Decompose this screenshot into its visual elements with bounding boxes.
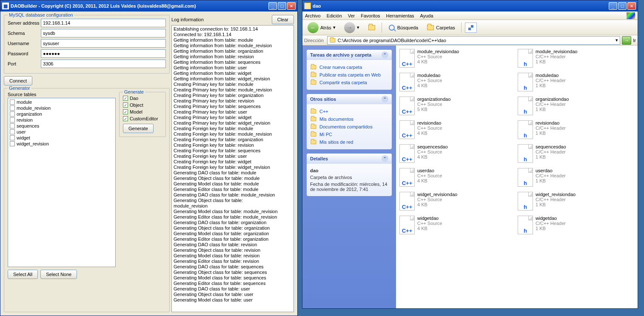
checkbox-icon[interactable] [10,117,15,122]
generate-option[interactable]: ✓Object [123,102,162,108]
views-button[interactable] [465,23,477,33]
table-item[interactable]: widget_revision [9,141,114,147]
checkbox-icon[interactable] [10,100,15,105]
file-item[interactable]: C++widget_revisiondaoC++ Source4 KB [399,191,517,215]
menu-item[interactable]: Ver [348,13,355,18]
clear-button[interactable]: Clear [272,15,294,24]
table-item[interactable]: module_revision [9,105,114,111]
address-input[interactable]: C:\Archivos de programa\DAOBuilder\code\… [327,36,620,45]
task-link[interactable]: Mis documentos [310,115,388,123]
file-item[interactable]: hwidgetdaoC/C++ Header1 KB [517,215,635,239]
table-name: module [17,100,32,105]
search-button[interactable]: Búsqueda [385,22,421,34]
checkbox-icon[interactable] [10,111,15,117]
task-link[interactable]: Crear nueva carpeta [310,63,388,71]
select-none-button[interactable]: Select None [40,270,77,279]
close-button[interactable]: × [287,2,296,10]
checkbox-icon[interactable] [10,123,15,128]
port-input[interactable] [41,60,166,68]
file-item[interactable]: hmoduledaoC/C++ Header1 KB [517,72,635,96]
collapse-icon[interactable]: ⌃ [382,51,388,58]
tables-listbox[interactable]: modulemodule_revisionorganizationrevisio… [8,98,116,267]
back-button[interactable]: ←Atrás▾ [305,22,338,34]
task-link[interactable]: Compartir esta carpeta [310,79,388,86]
go-button[interactable]: → [622,36,631,45]
dropdown-icon: ▾ [357,25,359,30]
file-item[interactable]: C++revisiondaoC++ Source4 KB [399,120,517,143]
folder-icon [330,38,335,43]
password-input[interactable] [41,49,166,58]
checkbox-icon[interactable] [10,105,15,111]
schema-input[interactable] [41,29,166,37]
file-list[interactable]: C++module_revisiondaoC++ Source4 KBhmodu… [396,46,638,308]
server-input[interactable] [41,19,166,27]
generate-button[interactable]: Generate [123,124,154,133]
forward-button[interactable]: →▾ [342,22,362,34]
generate-option[interactable]: ✓Dao [123,96,162,101]
file-item[interactable]: C++module_revisiondaoC++ Source4 KB [399,48,517,72]
file-item[interactable]: C++moduledaoC++ Source4 KB [399,72,517,96]
collapse-icon[interactable]: ⌃ [382,155,388,162]
up-icon [368,24,376,31]
menu-item[interactable]: Archivo [305,13,321,18]
task-link[interactable]: Documentos compartidos [310,123,388,131]
collapse-icon[interactable]: ⌃ [382,96,388,102]
select-all-button[interactable]: Select All [8,270,38,279]
generate-options-group: Generate ✓Dao✓Object✓Model✓CustomEditor … [119,92,166,137]
task-link[interactable]: C++ [310,108,388,115]
file-item[interactable]: huserdaoC/C++ Header1 KB [517,167,635,191]
username-input[interactable] [41,39,166,48]
checkbox-checked-icon[interactable]: ✓ [123,96,128,101]
close-button[interactable]: × [627,2,636,10]
views-icon [468,25,473,30]
search-label: Búsqueda [397,25,419,30]
minimize-button[interactable]: _ [609,2,617,10]
file-size: 4 KB [417,202,457,207]
minimize-button[interactable]: _ [268,2,277,10]
table-item[interactable]: user [9,129,114,135]
menu-item[interactable]: Edición [327,13,342,18]
file-item[interactable]: hsequencesdaoC/C++ Header1 KB [517,143,635,167]
table-name: sequences [17,123,39,128]
file-item[interactable]: hmodule_revisiondaoC/C++ Header1 KB [517,48,635,72]
forward-icon: → [344,22,355,33]
menu-item[interactable]: Favoritos [361,13,380,18]
file-type: C/C++ Header [536,149,566,154]
up-button[interactable] [365,22,378,34]
titlebar[interactable]: dao _ □ × [302,0,638,11]
maximize-button[interactable]: □ [278,2,286,10]
checkbox-checked-icon[interactable]: ✓ [123,116,128,121]
generate-option[interactable]: ✓CustomEditor [123,116,162,121]
checkbox-icon[interactable] [10,129,15,134]
table-item[interactable]: module [9,99,114,105]
folders-button[interactable]: Carpetas [424,22,458,34]
menu-item[interactable]: Ayuda [420,13,433,18]
file-item[interactable]: C++organizationdaoC++ Source5 KB [399,96,517,120]
checkbox-icon[interactable] [10,141,15,146]
generate-option[interactable]: ✓Model [123,109,162,114]
task-link[interactable]: Publicar esta carpeta en Web [310,71,388,79]
file-item[interactable]: C++userdaoC++ Source4 KB [399,167,517,191]
table-item[interactable]: revision [9,117,114,123]
titlebar[interactable]: ▦ DAOBuilder - Copyright (C) 2010, 2011,… [0,0,297,11]
file-item[interactable]: hwidget_revisiondaoC/C++ Header1 KB [517,191,635,215]
dropdown-icon[interactable]: ▾ [616,37,618,43]
file-item[interactable]: C++sequencesdaoC++ Source4 KB [399,143,517,167]
menu-item[interactable]: Herramientas [386,13,414,18]
file-item[interactable]: horganizationdaoC/C++ Header1 KB [517,96,635,120]
log-output[interactable]: Establishing connection to: 192.168.1.14… [171,25,294,312]
checkbox-icon[interactable] [10,135,15,140]
task-link[interactable]: Mi PC [310,131,388,138]
maximize-button[interactable]: □ [618,2,627,10]
file-item[interactable]: hrevisiondaoC/C++ Header1 KB [517,120,635,143]
window-title: DAOBuilder - Copyright (C) 2010, 2011, 2… [11,3,268,9]
checkbox-checked-icon[interactable]: ✓ [123,102,128,108]
table-item[interactable]: organization [9,111,114,117]
task-link[interactable]: Mis sitios de red [310,138,388,146]
table-item[interactable]: widget [9,135,114,141]
file-item[interactable]: C++widgetdaoC++ Source4 KB [399,215,517,239]
table-item[interactable]: sequences [9,123,114,129]
connect-button[interactable]: Connect [4,76,32,85]
checkbox-checked-icon[interactable]: ✓ [123,109,128,114]
file-size: 4 KB [417,131,442,136]
